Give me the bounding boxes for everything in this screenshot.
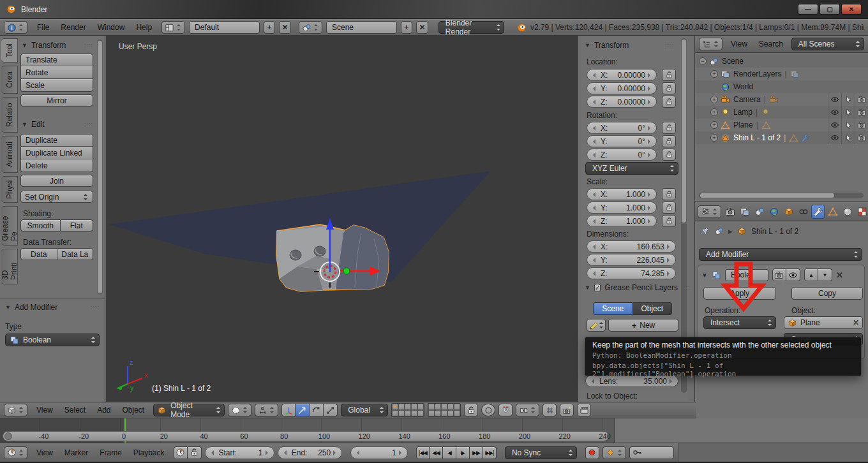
layer-11-toggle[interactable] [428, 404, 435, 410]
scale-x-lock-button[interactable] [662, 188, 676, 200]
properties-tab-material[interactable] [841, 205, 854, 219]
viewport-editor-type-button[interactable] [4, 404, 27, 416]
render-border-button[interactable] [542, 404, 557, 416]
delete-scene-button[interactable]: ✕ [416, 21, 428, 34]
grease-pencil-panel-header[interactable]: ▼✓Grease Pencil Layers:::: [585, 283, 680, 292]
shelf-tab-grease-pe[interactable]: Grease Pe [1, 206, 18, 246]
location-z-field[interactable]: Z:0.00000 [587, 96, 657, 108]
rotation-mode-select[interactable]: XYZ Euler [585, 162, 678, 175]
proportional-edit-button[interactable] [481, 404, 495, 416]
layers-group-2[interactable] [428, 403, 461, 417]
jump-to-start-button[interactable]: |◀◀ [416, 446, 430, 459]
edit-panel-header[interactable]: ▼Edit:::: [22, 120, 93, 129]
location-x-field[interactable]: X:0.00000 [587, 69, 657, 81]
gp-draw-mode-button[interactable] [587, 319, 606, 332]
layers-group-1[interactable] [391, 403, 424, 417]
pin-icon[interactable] [700, 226, 710, 236]
outliner-scrollbar[interactable] [699, 193, 864, 198]
outliner-row-shin-l-1-of-2[interactable]: +Shin L - 1 of 2| [695, 131, 868, 144]
selectability-toggle[interactable] [841, 106, 855, 119]
properties-tab-modifiers[interactable] [811, 205, 825, 219]
outliner-display-filter-select[interactable]: All Scenes [791, 38, 864, 50]
modifier-move-down-button[interactable]: ▼ [818, 268, 832, 281]
render-toggle[interactable] [855, 119, 868, 131]
layer-13-toggle[interactable] [441, 404, 447, 410]
selectability-toggle[interactable] [841, 93, 855, 106]
jump-to-end-button[interactable]: ▶▶| [483, 446, 497, 459]
operation-select[interactable]: Intersect [703, 316, 776, 329]
dimensions-z-field[interactable]: Z:74.285 [587, 267, 676, 279]
properties-tab-scene[interactable] [752, 205, 766, 219]
expand-toggle[interactable]: + [710, 70, 718, 78]
outliner-menu-view[interactable]: View [725, 38, 753, 50]
object-context-icon[interactable] [714, 226, 724, 236]
next-keyframe-button[interactable]: ▶▶ [470, 446, 483, 459]
layer-6-toggle[interactable] [392, 410, 398, 416]
set-origin-menu[interactable]: Set Origin [20, 191, 93, 203]
expand-toggle[interactable]: + [710, 96, 718, 103]
viewport-menu-add[interactable]: Add [91, 404, 116, 416]
opengl-render-button[interactable] [560, 404, 574, 416]
layer-1-toggle[interactable] [392, 404, 398, 410]
selectability-toggle[interactable] [841, 119, 855, 131]
timeline-ruler[interactable]: -40-200204060801001201401601802002202402… [3, 431, 609, 441]
viewport-menu-object[interactable]: Object [117, 404, 151, 416]
timeline-canvas[interactable]: -40-200204060801001201401601802002202402… [0, 418, 614, 443]
outliner-editor-type-button[interactable] [699, 38, 722, 50]
scene-browse-button[interactable] [299, 21, 322, 34]
dimensions-y-field[interactable]: Y:226.045 [587, 254, 676, 266]
data-transfer-button[interactable]: Data [20, 248, 57, 260]
visibility-toggle[interactable] [828, 106, 841, 119]
timeline-menu-frame[interactable]: Frame [94, 447, 128, 459]
screen-layout-browse-button[interactable] [161, 21, 185, 34]
clear-object-icon[interactable]: ✕ [853, 318, 859, 327]
active-keying-set-field[interactable] [629, 446, 674, 459]
copy-button[interactable]: Copy [791, 287, 863, 300]
visibility-toggle[interactable] [828, 93, 841, 106]
viewport-menu-view[interactable]: View [31, 404, 59, 416]
apply-button[interactable]: Apply [703, 287, 776, 300]
visibility-toggle[interactable] [828, 131, 841, 144]
properties-tab-render-layers[interactable] [738, 205, 751, 219]
modifier-delete-button[interactable]: ✕ [836, 270, 843, 280]
viewport-menu-select[interactable]: Select [59, 404, 91, 416]
frame-start-field[interactable]: Start:1 [205, 446, 274, 459]
transform-orientation-select[interactable]: Global [341, 404, 388, 416]
rotation-x-field[interactable]: X:0° [587, 122, 657, 134]
minimize-button[interactable]: — [798, 4, 818, 15]
visibility-toggle[interactable] [828, 119, 841, 131]
shelf-tab-crea[interactable]: Crea [1, 66, 18, 94]
mode-select[interactable]: Object Mode [153, 404, 225, 416]
render-toggle[interactable] [855, 131, 868, 144]
outliner-row-world[interactable]: World [695, 80, 868, 93]
info-menu-help[interactable]: Help [130, 22, 158, 33]
add-modifier-panel-header[interactable]: ▼Add Modifier:::: [5, 303, 100, 312]
pivot-point-button[interactable] [255, 404, 278, 416]
expand-toggle[interactable]: − [699, 57, 707, 65]
timeline-editor-type-button[interactable] [4, 446, 27, 459]
sync-mode-select[interactable]: No Sync [505, 446, 577, 459]
current-frame-field[interactable]: 1 [350, 446, 408, 459]
rotate-manipulator-button[interactable] [310, 404, 324, 416]
join-button[interactable]: Join [20, 175, 93, 187]
scale-x-field[interactable]: X:1.000 [587, 188, 657, 200]
location-x-lock-button[interactable] [662, 69, 676, 81]
layer-15-toggle[interactable] [454, 404, 460, 410]
scale-y-field[interactable]: Y:1.000 [587, 202, 657, 214]
play-button[interactable]: ▶ [456, 446, 470, 459]
layer-4-toggle[interactable] [411, 404, 417, 410]
layer-8-toggle[interactable] [405, 410, 411, 416]
gp-source-scene-tab[interactable]: Scene [593, 302, 633, 315]
delete-button[interactable]: Delete [20, 159, 93, 172]
shelf-tab-relatio[interactable]: Relatio [1, 97, 18, 133]
scale-y-lock-button[interactable] [662, 202, 676, 214]
modifier-collapse-toggle[interactable]: ▼ [701, 272, 708, 279]
outliner-row-renderlayers[interactable]: +RenderLayers| [695, 68, 868, 80]
data-layers-button[interactable]: Data La [57, 248, 94, 260]
timeline-scrollbar-knob[interactable] [4, 432, 12, 440]
shade-smooth-button[interactable]: Smooth [20, 219, 61, 231]
properties-tab-render[interactable] [723, 205, 737, 219]
render-toggle[interactable] [855, 93, 868, 106]
layer-16-toggle[interactable] [428, 410, 435, 416]
properties-editor-type-button[interactable] [698, 205, 721, 218]
